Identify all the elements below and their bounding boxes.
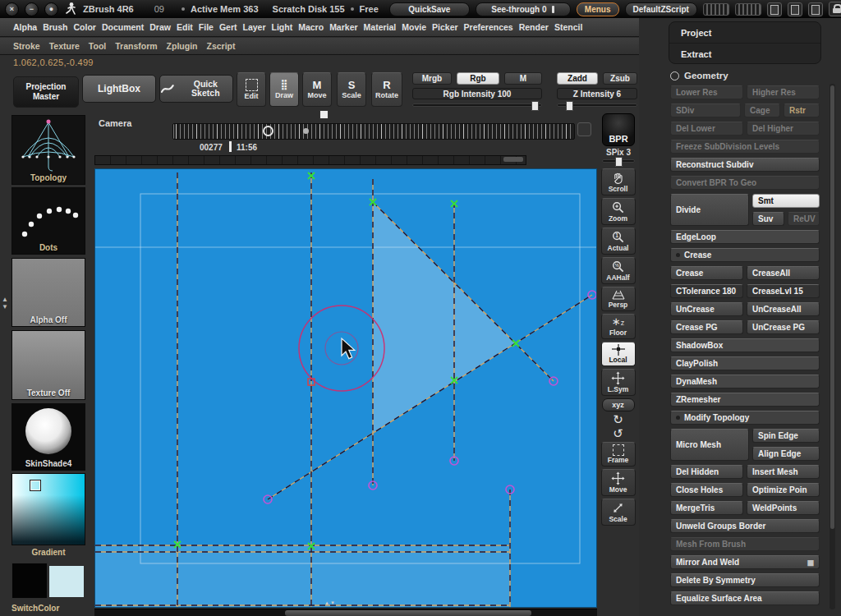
canvas-bottom-scrollbar[interactable] xyxy=(94,609,597,616)
color-selector-square[interactable] xyxy=(30,480,40,490)
delete-by-symmetry-button[interactable]: Delete By Symmetry xyxy=(670,573,820,587)
default-zscript-button[interactable]: DefaultZScript xyxy=(625,2,697,16)
main-color-swatch[interactable] xyxy=(11,563,48,599)
bpr-render-button[interactable]: BPR xyxy=(602,113,635,146)
menu-movie[interactable]: Movie xyxy=(402,22,426,32)
current-alpha-thumbnail[interactable]: Alpha Off xyxy=(11,258,85,327)
close-holes-button[interactable]: Close Holes xyxy=(670,483,743,497)
mrgb-button[interactable]: Mrgb xyxy=(412,72,452,85)
insert-mesh-button[interactable]: Insert Mesh xyxy=(747,465,820,479)
panel-scroll-handle[interactable] xyxy=(830,85,834,529)
frame-button[interactable]: Frame xyxy=(601,442,636,467)
current-material-thumbnail[interactable]: SkinShade4 xyxy=(11,403,85,471)
extract-menu-item[interactable]: Extract xyxy=(669,43,820,64)
move-mode-button[interactable]: M Move xyxy=(302,72,332,107)
spix-knob[interactable] xyxy=(615,157,623,167)
current-texture-thumbnail[interactable]: Texture Off xyxy=(11,330,85,400)
restore-icon[interactable]: ● xyxy=(44,2,58,16)
menu-preferences[interactable]: Preferences xyxy=(464,22,513,32)
crease-subsection[interactable]: Crease xyxy=(670,248,820,262)
rotate-ccw-icon[interactable]: ↺ xyxy=(613,428,623,439)
slider-knob[interactable] xyxy=(552,6,554,13)
weld-points-button[interactable]: WeldPoints xyxy=(747,501,820,515)
see-through-slider[interactable]: See-through 0 xyxy=(476,2,571,16)
dynamesh-subsection[interactable]: DynaMesh xyxy=(670,375,820,388)
spix-groove[interactable] xyxy=(602,159,635,163)
del-lower-button[interactable]: Del Lower xyxy=(670,122,743,136)
edgeloop-subsection[interactable]: EdgeLoop xyxy=(670,230,820,244)
menu-gert[interactable]: Gert xyxy=(219,22,237,32)
crease-all-button[interactable]: CreaseAll xyxy=(747,266,820,280)
menu-stencil[interactable]: Stencil xyxy=(554,22,582,32)
sdiv-slider[interactable]: SDiv xyxy=(670,103,741,117)
menu-light[interactable]: Light xyxy=(272,22,293,32)
new-document-icon[interactable] xyxy=(808,2,823,16)
move-canvas-button[interactable]: Move xyxy=(601,469,636,496)
del-higher-button[interactable]: Del Higher xyxy=(747,122,820,136)
canvas-resize-arrows-icon[interactable]: ▲▼ xyxy=(324,600,336,605)
menu-picker[interactable]: Picker xyxy=(432,22,458,32)
mirror-and-weld-button[interactable]: Mirror And Weld ▦ xyxy=(670,555,820,569)
ui-slider-right-icon[interactable] xyxy=(735,3,761,16)
current-brush-thumbnail[interactable]: Topology xyxy=(11,115,85,185)
color-picker[interactable] xyxy=(11,473,85,545)
zoom-button[interactable]: Zoom xyxy=(601,198,636,225)
copy-document-icon[interactable] xyxy=(767,2,782,16)
rgb-intensity-groove[interactable] xyxy=(412,103,542,107)
secondary-color-swatch[interactable] xyxy=(48,565,85,598)
local-button[interactable]: Local xyxy=(601,342,636,366)
menu-zscript[interactable]: Zscript xyxy=(207,41,236,51)
timeline-square-knob[interactable] xyxy=(319,110,329,119)
timeline-option-button[interactable] xyxy=(577,122,591,136)
persp-button[interactable]: Persp xyxy=(601,287,636,311)
merge-tris-button[interactable]: MergeTris xyxy=(670,501,743,515)
lightbox-button[interactable]: LightBox xyxy=(82,75,156,103)
suv-toggle[interactable]: Suv xyxy=(752,212,784,226)
minimize-icon[interactable]: − xyxy=(25,2,39,16)
current-stroke-thumbnail[interactable]: Dots xyxy=(11,187,85,255)
paste-document-icon[interactable] xyxy=(788,2,802,16)
rgb-intensity-slider[interactable]: Rgb Intensity 100 xyxy=(412,88,542,99)
actual-size-button[interactable]: 1 Actual xyxy=(601,228,636,255)
optimize-points-button[interactable]: Optimize Poin xyxy=(747,483,820,497)
menu-color[interactable]: Color xyxy=(74,22,96,32)
timeline-cursor[interactable] xyxy=(229,141,232,152)
z-intensity-slider[interactable]: Z Intensity 6 xyxy=(557,88,637,99)
spin-edge-button[interactable]: Spin Edge xyxy=(752,429,820,443)
menu-tool[interactable]: Tool xyxy=(89,41,106,51)
crease-pg-button[interactable]: Crease PG xyxy=(670,320,743,334)
geometry-section-header[interactable]: Geometry xyxy=(670,71,728,80)
canvas-top-scrollbar[interactable] xyxy=(94,155,526,165)
reconstruct-subdiv-button[interactable]: Reconstruct Subdiv xyxy=(670,158,820,172)
micro-mesh-button[interactable]: Micro Mesh xyxy=(670,429,749,461)
shadowbox-subsection[interactable]: ShadowBox xyxy=(670,338,820,352)
menu-draw[interactable]: Draw xyxy=(149,22,171,32)
lsym-button[interactable]: L.Sym xyxy=(601,369,636,396)
menu-macro[interactable]: Macro xyxy=(298,22,324,32)
menu-marker[interactable]: Marker xyxy=(329,22,357,32)
scroll-button[interactable]: Scroll xyxy=(601,168,636,195)
zadd-button[interactable]: Zadd xyxy=(557,72,598,85)
project-menu-item[interactable]: Project xyxy=(669,22,820,43)
panel-scrollbar[interactable] xyxy=(830,84,835,609)
rotate-mode-button[interactable]: R Rotate xyxy=(371,72,402,107)
rstr-button[interactable]: Rstr xyxy=(784,103,820,117)
freeze-subdivision-button[interactable]: Freeze SubDivision Levels xyxy=(670,140,820,154)
aahalf-button[interactable]: ½ AAHalf xyxy=(601,257,636,284)
menu-render[interactable]: Render xyxy=(519,22,549,32)
reuv-button[interactable]: ReUV xyxy=(788,212,820,226)
draw-mode-button[interactable]: ⣿ Draw xyxy=(269,72,299,107)
claypolish-subsection[interactable]: ClayPolish xyxy=(670,356,820,370)
ui-slider-left-icon[interactable] xyxy=(703,3,729,16)
scale-mode-button[interactable]: S Scale xyxy=(337,72,366,107)
menu-alpha[interactable]: Alpha xyxy=(13,22,37,32)
uncrease-all-button[interactable]: UnCreaseAll xyxy=(747,302,820,316)
z-intensity-knob[interactable] xyxy=(566,101,573,111)
ctolerance-slider[interactable]: CTolerance 180 xyxy=(670,284,743,298)
rgb-button[interactable]: Rgb xyxy=(457,72,499,85)
m-button[interactable]: M xyxy=(504,72,542,85)
rotate-cw-icon[interactable]: ↻ xyxy=(613,414,623,425)
canvas-top-scroll-handle[interactable] xyxy=(503,157,523,162)
lock-icon[interactable] xyxy=(829,2,841,16)
timeline-dot-knob[interactable] xyxy=(303,128,309,134)
